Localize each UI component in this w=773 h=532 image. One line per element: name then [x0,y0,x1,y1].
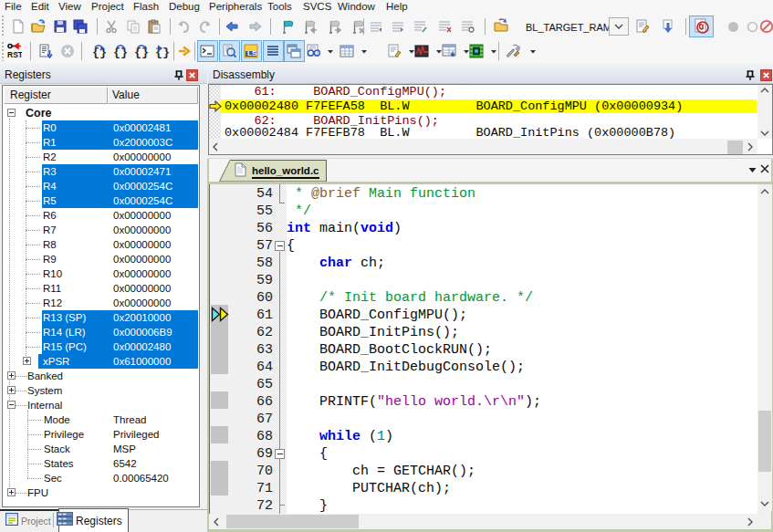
svg-text:LS: LS [247,49,257,57]
svg-text:{}: {} [155,46,170,58]
svg-text:RST: RST [7,50,22,58]
svg-text:{}: {} [92,46,107,58]
svg-text:{}: {} [134,46,149,58]
svg-text:{}: {} [113,46,128,58]
